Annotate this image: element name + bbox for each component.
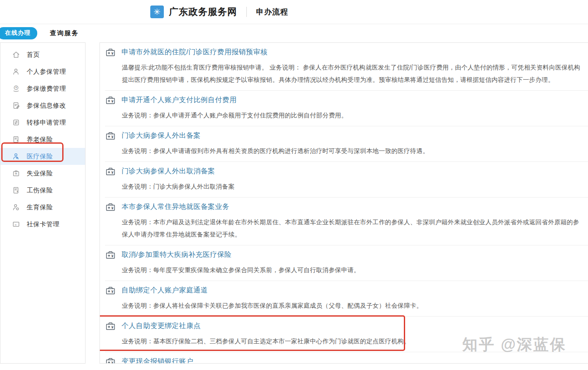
svg-text:¥: ¥ (111, 361, 113, 364)
briefcase-shi-icon: 失 (12, 169, 20, 178)
sidebar-item-payment-management[interactable]: ¥ 参保缴费管理 (0, 80, 85, 97)
sidebar-item-label: 生育保险 (27, 203, 53, 211)
guangdong-gov-logo-icon: ✳ (150, 6, 164, 18)
medkit-icon: ¥ (105, 47, 116, 57)
service-link[interactable]: 申请开通个人账户支付比例自付费用 (121, 95, 237, 105)
medkit-icon: ¥ (105, 202, 116, 212)
document-yuan-icon: ¥ (12, 186, 20, 195)
sidebar-item-info-modify[interactable]: 参保信息修改 (0, 97, 85, 114)
service-description: 业务说明：本市户籍及达到法定退休年龄在市外长期居住、本市直通车企业长期派驻在市外… (122, 216, 581, 241)
service-item: ¥ 取消/参加重特大疾病补充医疗保险 业务说明：每年度平安重疾保险未确立参保合同… (105, 245, 588, 281)
sidebar-item-pension-insurance[interactable]: ¥ 养老保险 (0, 131, 85, 148)
service-link[interactable]: 自助绑定个人账户家庭通道 (121, 286, 208, 295)
header: ✳ 广东政务服务网 申办流程 (0, 0, 588, 24)
sidebar-item-maternity-insurance[interactable]: 生育保险 (0, 199, 85, 216)
document-yuan-icon: ¥ (12, 135, 20, 144)
document-edit-icon (12, 101, 20, 110)
sidebar-item-label: 转移申请管理 (27, 119, 66, 127)
sidebar-item-label: 个人参保管理 (27, 68, 66, 76)
site-title: 广东政务服务网 (169, 6, 237, 18)
svg-text:¥: ¥ (15, 86, 17, 89)
sidebar-item-unemployment-insurance[interactable]: 失 失业保险 (0, 165, 85, 182)
service-link[interactable]: 变更现金报销银行账户 (121, 357, 193, 364)
svg-text:¥: ¥ (111, 135, 113, 139)
sidebar-item-label: 养老保险 (27, 136, 53, 144)
svg-text:¥: ¥ (111, 170, 113, 175)
sidebar-item-medical-insurance[interactable]: 医疗保险 (0, 148, 85, 165)
tab-bar: 在线办理 查询服务 (0, 27, 79, 39)
sidebar-item-personal-insurance[interactable]: 个人参保管理 (0, 63, 85, 80)
payment-yuan-icon: ¥ (12, 84, 20, 93)
service-link[interactable]: 个人自助变更绑定社康点 (121, 321, 201, 331)
service-description: 业务说明：参保人申请开通个人账户余额用于支付住院费用的比例自付部分费用。 (122, 109, 581, 122)
svg-text:si: si (15, 223, 17, 226)
sidebar-item-label: 参保信息修改 (27, 102, 66, 110)
maternity-icon (12, 203, 20, 211)
medkit-icon: ¥ (105, 285, 116, 295)
svg-text:¥: ¥ (111, 289, 113, 294)
service-item: ¥ 申请开通个人账户支付比例自付费用 业务说明：参保人申请开通个人账户余额用于支… (105, 91, 588, 126)
svg-text:¥: ¥ (17, 139, 18, 142)
sidebar-item-transfer-management[interactable]: 转移申请管理 (0, 114, 85, 131)
medkit-icon: ¥ (105, 131, 116, 141)
medkit-icon: ¥ (105, 166, 116, 176)
home-icon (12, 50, 20, 59)
svg-text:¥: ¥ (111, 51, 113, 56)
sidebar-item-label: 社保卡管理 (27, 220, 60, 228)
sidebar-item-label: 参保缴费管理 (27, 85, 66, 93)
medkit-icon: ¥ (105, 250, 116, 260)
sidebar-item-social-card[interactable]: si 社保卡管理 (0, 216, 85, 233)
service-item: ¥ 门诊大病参保人外出备案 业务说明：参保人申请请假到市外具有相关资质的医疗机构… (105, 126, 588, 162)
page: ✳ 广东政务服务网 申办流程 在线办理 查询服务 首页 个人参保管理 ¥ 参保缴… (0, 0, 588, 370)
service-description: 业务说明：参保人将社会保障卡关联已参加我市医保的直系亲属家庭成员（父母、配偶及子… (122, 300, 581, 312)
sidebar: 首页 个人参保管理 ¥ 参保缴费管理 参保信息修改 转移申请管理 (0, 42, 86, 364)
sidebar-item-injury-insurance[interactable]: ¥ 工伤保险 (0, 182, 85, 199)
svg-text:¥: ¥ (111, 99, 113, 103)
service-list: ¥ 申请市外就医的住院/门诊医疗费用报销预审核 温馨提示:此功能不包括生育医疗费… (99, 42, 588, 364)
sidebar-item-home[interactable]: 首页 (0, 46, 85, 63)
medical-person-icon (12, 152, 20, 161)
service-item: ¥ 自助绑定个人账户家庭通道 业务说明：参保人将社会保障卡关联已参加我市医保的直… (105, 281, 588, 317)
service-item: ¥ 门诊大病参保人外出取消备案 业务说明：门诊大病参保人外出取消备案 (105, 162, 588, 198)
service-item: ¥ 本市参保人常住异地就医备案业务 业务说明：本市户籍及达到法定退休年龄在市外长… (105, 198, 588, 245)
svg-text:¥: ¥ (111, 254, 113, 258)
service-description: 业务说明：每年度平安重疾保险未确立参保合同关系前，参保人可自行取消参保申请。 (122, 264, 581, 276)
header-nav-label: 申办流程 (256, 7, 288, 17)
sidebar-item-label: 首页 (27, 51, 40, 59)
person-icon (12, 67, 20, 76)
svg-text:¥: ¥ (17, 190, 18, 193)
service-link[interactable]: 本市参保人常住异地就医备案业务 (121, 202, 229, 211)
service-item: ¥ 申请市外就医的住院/门诊医疗费用报销预审核 温馨提示:此功能不包括生育医疗费… (105, 43, 588, 91)
svg-text:¥: ¥ (111, 206, 113, 210)
service-description: 业务说明：参保人申请请假到市外具有相关资质的医疗机构进行透析治疗时可享受与深圳本… (122, 145, 581, 157)
social-card-icon: si (12, 220, 20, 228)
sidebar-item-label: 失业保险 (27, 170, 53, 178)
service-description: 业务说明：门诊大病参保人外出取消备案 (122, 181, 581, 193)
medkit-icon: ¥ (105, 95, 116, 105)
svg-text:失: 失 (15, 172, 18, 175)
medkit-icon: ¥ (105, 356, 116, 364)
service-description: 温馨提示:此功能不包括生育医疗费用审核报销申请。 业务说明： 参保人在市外医疗机… (122, 61, 581, 86)
transfer-arrows-icon (12, 118, 20, 127)
service-link[interactable]: 申请市外就医的住院/门诊医疗费用报销预审核 (121, 47, 268, 57)
service-link[interactable]: 门诊大病参保人外出备案 (121, 131, 201, 140)
header-divider (246, 7, 247, 17)
medkit-icon: ¥ (105, 321, 116, 331)
tab-query-service[interactable]: 查询服务 (50, 29, 79, 37)
svg-text:¥: ¥ (111, 325, 113, 329)
sidebar-item-label: 医疗保险 (27, 153, 53, 161)
service-link[interactable]: 取消/参加重特大疾病补充医疗保险 (121, 250, 232, 259)
service-link[interactable]: 门诊大病参保人外出取消备案 (121, 167, 215, 176)
watermark: 知乎 @深蓝保 (462, 334, 566, 355)
sidebar-item-label: 工伤保险 (27, 186, 53, 195)
tab-online-service[interactable]: 在线办理 (0, 27, 37, 39)
